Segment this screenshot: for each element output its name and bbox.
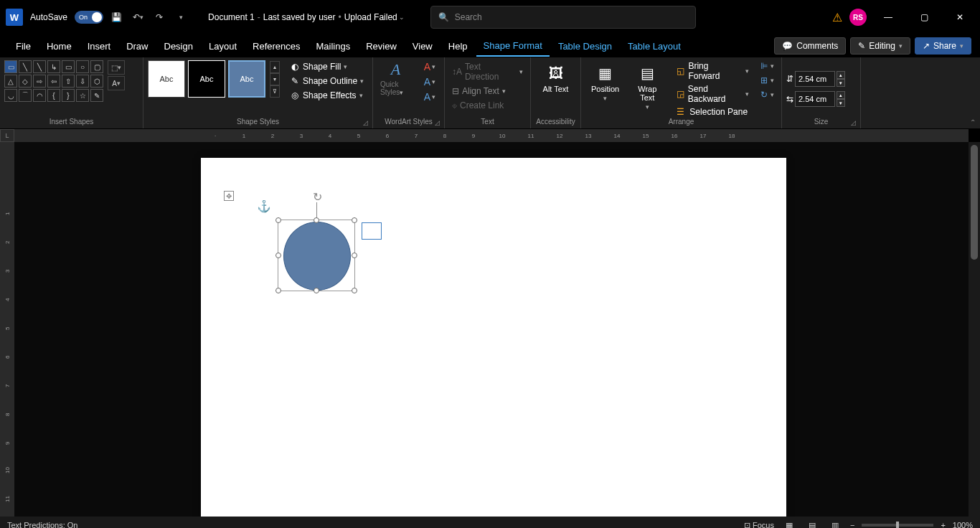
dialog-launcher[interactable]: ◿	[435, 119, 442, 126]
edit-shape-icon[interactable]: ✎	[90, 89, 103, 102]
tab-table-layout[interactable]: Table Layout	[621, 37, 688, 56]
hexagon-shape-icon[interactable]: ⬡	[90, 75, 103, 88]
tab-draw[interactable]: Draw	[119, 37, 155, 56]
close-button[interactable]: ✕	[946, 6, 974, 29]
wrap-text-button[interactable]: ▤ Wrap Text▾	[626, 60, 668, 113]
vertical-scrollbar[interactable]	[969, 142, 980, 517]
align-text-button[interactable]: ⊟Align Text▾	[449, 85, 526, 98]
brace-shape-icon[interactable]: }	[62, 89, 75, 102]
rect-shape-icon[interactable]: ▭	[62, 60, 75, 73]
zoom-out-button[interactable]: −	[850, 521, 854, 528]
horizontal-ruler[interactable]: ·123456789101112131415161718	[14, 129, 969, 142]
height-input[interactable]	[795, 71, 835, 87]
gallery-down-button[interactable]: ▾	[270, 73, 280, 85]
height-down[interactable]: ▾	[837, 79, 845, 87]
oval-shape-icon[interactable]: ○	[76, 60, 89, 73]
style-preset-3[interactable]: Abc	[228, 60, 265, 98]
tab-references[interactable]: References	[245, 37, 307, 56]
line-shape-icon[interactable]: ╲	[19, 60, 32, 73]
alt-text-button[interactable]: 🖼 Alt Text	[537, 60, 575, 96]
arrow-shape-icon[interactable]: ⇦	[47, 75, 60, 88]
document-canvas[interactable]: ✥ ⚓ ↻ ⌒	[14, 142, 969, 517]
warning-icon[interactable]: ⚠	[832, 11, 842, 24]
dialog-launcher[interactable]: ◿	[363, 119, 370, 126]
resize-handle-ml[interactable]	[275, 253, 281, 258]
read-mode-icon[interactable]: ▦	[781, 519, 797, 528]
tab-layout[interactable]: Layout	[202, 37, 244, 56]
shapes-gallery[interactable]: ▭ ╲ ╲ ↳ ▭ ○ ▢ △ ◇ ⇨ ⇦ ⇧ ⇩ ⬡ ◡ ⌒ ◠ { } ☆	[4, 60, 103, 102]
collapse-ribbon-button[interactable]: ⌃	[970, 118, 976, 126]
group-button[interactable]: ⊞▾	[758, 75, 777, 86]
width-up[interactable]: ▴	[837, 91, 845, 99]
tab-selector[interactable]: L	[0, 129, 14, 142]
save-icon[interactable]: 💾	[108, 9, 125, 26]
resize-handle-tr[interactable]	[352, 217, 357, 223]
align-button[interactable]: ⊫▾	[758, 60, 777, 72]
text-outline-button[interactable]: A▾	[420, 75, 440, 88]
maximize-button[interactable]: ▢	[910, 6, 938, 29]
gallery-more-button[interactable]: ⊽	[270, 85, 280, 98]
text-direction-button[interactable]: ↕AText Direction▾	[449, 60, 526, 83]
resize-handle-bm[interactable]	[314, 288, 319, 293]
dialog-launcher[interactable]: ◿	[851, 119, 858, 126]
qat-more-icon[interactable]: ▾	[172, 9, 189, 26]
curve-shape-icon[interactable]: ◠	[33, 89, 46, 102]
resize-handle-bl[interactable]	[275, 288, 281, 293]
move-handle-icon[interactable]: ✥	[224, 191, 234, 201]
redo-icon[interactable]: ↷	[151, 9, 168, 26]
tab-mailings[interactable]: Mailings	[309, 37, 358, 56]
document-title[interactable]: Document 1 - Last saved by user • Upload…	[208, 12, 405, 22]
zoom-in-button[interactable]: +	[941, 521, 945, 528]
style-preset-1[interactable]: Abc	[148, 60, 185, 98]
tab-shape-format[interactable]: Shape Format	[476, 36, 550, 57]
style-preset-2[interactable]: Abc	[188, 60, 225, 98]
tab-home[interactable]: Home	[39, 37, 79, 56]
search-input[interactable]: 🔍 Search	[430, 6, 696, 29]
web-layout-icon[interactable]: ▥	[827, 519, 843, 528]
rounded-rect-icon[interactable]: ▢	[90, 60, 103, 73]
focus-button[interactable]: ⊡ Focus	[744, 521, 774, 529]
anchor-icon[interactable]: ⚓	[257, 199, 271, 213]
zoom-thumb[interactable]	[896, 522, 899, 528]
scroll-thumb[interactable]	[971, 145, 978, 260]
rotate-button[interactable]: ↻▾	[758, 89, 777, 100]
tab-file[interactable]: File	[9, 37, 38, 56]
upload-status[interactable]: Upload Failed ⌄	[344, 12, 405, 22]
page[interactable]: ✥ ⚓ ↻ ⌒	[201, 158, 786, 517]
arrow-shape-icon[interactable]: ⇧	[62, 75, 75, 88]
resize-handle-tl[interactable]	[275, 217, 281, 223]
user-avatar[interactable]: RS	[849, 9, 867, 26]
tab-table-design[interactable]: Table Design	[551, 37, 619, 56]
shape-fill-button[interactable]: ◐Shape Fill▾	[287, 60, 367, 73]
position-button[interactable]: ▦ Position▾	[585, 60, 625, 105]
send-backward-button[interactable]: ◲Send Backward ▾	[674, 83, 752, 105]
text-effects-button[interactable]: A▾	[420, 90, 440, 103]
width-input[interactable]	[795, 91, 835, 107]
tab-insert[interactable]: Insert	[80, 37, 118, 56]
tab-design[interactable]: Design	[157, 37, 200, 56]
tab-review[interactable]: Review	[359, 37, 404, 56]
shape-effects-button[interactable]: ◎Shape Effects▾	[287, 89, 367, 102]
minimize-button[interactable]: —	[874, 6, 903, 29]
arrow-shape-icon[interactable]: ⇩	[76, 75, 89, 88]
gallery-up-button[interactable]: ▴	[270, 61, 280, 73]
layout-options-button[interactable]: ⌒	[362, 222, 382, 240]
editing-button[interactable]: ✎Editing▾	[850, 37, 910, 55]
share-button[interactable]: ↗Share▾	[915, 37, 971, 55]
rotate-handle[interactable]: ↻	[310, 189, 324, 204]
height-up[interactable]: ▴	[837, 71, 845, 79]
resize-handle-tm[interactable]	[314, 217, 319, 223]
undo-icon[interactable]: ↶▾	[129, 9, 146, 26]
text-fill-button[interactable]: A▾	[420, 60, 440, 73]
diamond-shape-icon[interactable]: ◇	[19, 75, 32, 88]
line-shape-icon[interactable]: ╲	[33, 60, 46, 73]
textbox-dropdown[interactable]: A▾	[108, 76, 125, 90]
resize-handle-br[interactable]	[352, 288, 357, 293]
triangle-shape-icon[interactable]: △	[4, 75, 17, 88]
zoom-level[interactable]: 100%	[953, 521, 973, 528]
vertical-ruler[interactable]: 1234567891011	[0, 142, 14, 517]
selection-pane-button[interactable]: ☰Selection Pane	[674, 106, 752, 118]
star-shape-icon[interactable]: ☆	[76, 89, 89, 102]
comments-button[interactable]: 💬Comments	[774, 37, 846, 55]
bring-forward-button[interactable]: ◱Bring Forward ▾	[674, 60, 752, 82]
